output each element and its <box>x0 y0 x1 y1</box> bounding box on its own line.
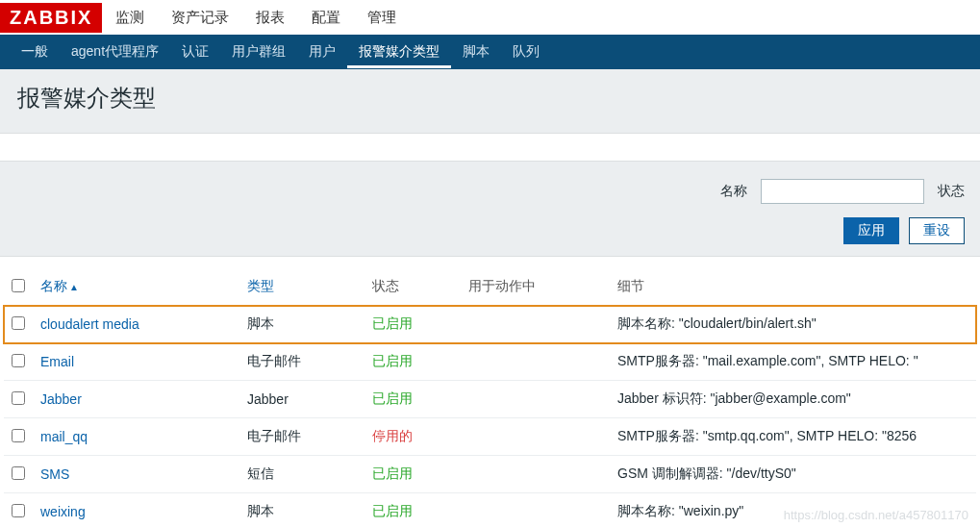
filter-name-label: 名称 <box>720 183 747 200</box>
col-status-header: 状态 <box>364 268 461 306</box>
table-body: cloudalert media脚本已启用脚本名称: "cloudalert/b… <box>4 306 976 529</box>
row-checkbox[interactable] <box>12 466 25 480</box>
table-wrap: 名称▲ 类型 状态 用于动作中 细节 cloudalert media脚本已启用… <box>0 257 980 528</box>
used-in-cell <box>461 456 610 493</box>
media-name-link[interactable]: cloudalert media <box>40 316 139 332</box>
table-row: Email电子邮件已启用SMTP服务器: "mail.example.com",… <box>4 343 976 381</box>
table-row: mail_qq电子邮件停用的SMTP服务器: "smtp.qq.com", SM… <box>4 418 976 456</box>
subnav-item-7[interactable]: 队列 <box>501 36 551 68</box>
row-checkbox[interactable] <box>12 391 25 405</box>
apply-button[interactable]: 应用 <box>843 217 899 244</box>
row-checkbox[interactable] <box>12 504 25 517</box>
media-type-cell: 脚本 <box>239 493 364 529</box>
topnav-list: 监测资产记录报表配置管理 <box>102 1 410 35</box>
table-row: cloudalert media脚本已启用脚本名称: "cloudalert/b… <box>4 306 976 343</box>
filter-status-label: 状态 <box>938 183 965 200</box>
media-name-link[interactable]: mail_qq <box>40 429 88 444</box>
subnav-list: 一般agent代理程序认证用户群组用户报警媒介类型脚本队列 <box>10 36 551 68</box>
used-in-cell <box>461 306 610 343</box>
filter-name-input[interactable] <box>761 179 924 204</box>
subnav-item-3[interactable]: 用户群组 <box>220 36 297 68</box>
col-type-header[interactable]: 类型 <box>239 268 364 306</box>
page-title: 报警媒介类型 <box>17 83 963 113</box>
media-name-link[interactable]: Jabber <box>40 391 82 407</box>
sub-nav: 一般agent代理程序认证用户群组用户报警媒介类型脚本队列 <box>0 35 980 69</box>
status-toggle-link[interactable]: 已启用 <box>372 465 413 481</box>
status-toggle-link[interactable]: 停用的 <box>372 428 413 443</box>
media-type-cell: 短信 <box>239 456 364 493</box>
col-usedin-header: 用于动作中 <box>461 268 610 306</box>
status-toggle-link[interactable]: 已启用 <box>372 390 413 406</box>
subnav-item-6[interactable]: 脚本 <box>451 36 501 68</box>
used-in-cell <box>461 381 610 418</box>
details-cell: SMTP服务器: "smtp.qq.com", SMTP HELO: "8256 <box>610 418 976 456</box>
topnav-item-0[interactable]: 监测 <box>102 1 158 35</box>
status-toggle-link[interactable]: 已启用 <box>372 503 413 518</box>
topnav-item-1[interactable]: 资产记录 <box>158 1 242 35</box>
row-checkbox[interactable] <box>12 316 25 330</box>
media-type-cell: 脚本 <box>239 306 364 343</box>
media-types-table: 名称▲ 类型 状态 用于动作中 细节 cloudalert media脚本已启用… <box>4 268 976 528</box>
media-type-cell: Jabber <box>239 381 364 418</box>
status-toggle-link[interactable]: 已启用 <box>372 353 413 368</box>
media-name-link[interactable]: weixing <box>40 504 86 519</box>
topnav-item-3[interactable]: 配置 <box>298 1 354 35</box>
page-title-bar: 报警媒介类型 <box>0 69 980 134</box>
subnav-item-5[interactable]: 报警媒介类型 <box>347 36 451 68</box>
status-toggle-link[interactable]: 已启用 <box>372 315 413 331</box>
topnav-item-4[interactable]: 管理 <box>354 1 410 35</box>
used-in-cell <box>461 493 610 529</box>
subnav-item-0[interactable]: 一般 <box>10 36 60 68</box>
sort-asc-icon: ▲ <box>69 282 79 292</box>
table-row: JabberJabber已启用Jabber 标识符: "jabber@examp… <box>4 381 976 418</box>
reset-button[interactable]: 重设 <box>909 217 965 244</box>
details-cell: Jabber 标识符: "jabber@example.com" <box>610 381 976 418</box>
row-checkbox[interactable] <box>12 354 25 367</box>
top-nav: ZABBIX 监测资产记录报表配置管理 <box>0 0 980 35</box>
details-cell: 脚本名称: "cloudalert/bin/alert.sh" <box>610 306 976 343</box>
col-name-header[interactable]: 名称▲ <box>33 268 239 306</box>
subnav-item-1[interactable]: agent代理程序 <box>60 36 170 68</box>
details-cell: SMTP服务器: "mail.example.com", SMTP HELO: … <box>610 343 976 381</box>
select-all-checkbox[interactable] <box>12 279 25 292</box>
media-name-link[interactable]: Email <box>40 354 74 369</box>
media-name-link[interactable]: SMS <box>40 466 69 482</box>
used-in-cell <box>461 418 610 456</box>
col-details-header: 细节 <box>610 268 976 306</box>
table-row: SMS短信已启用GSM 调制解调器: "/dev/ttyS0" <box>4 456 976 493</box>
logo: ZABBIX <box>0 3 102 33</box>
table-row: weixing脚本已启用脚本名称: "weixin.py" <box>4 493 976 529</box>
media-type-cell: 电子邮件 <box>239 418 364 456</box>
used-in-cell <box>461 343 610 381</box>
media-type-cell: 电子邮件 <box>239 343 364 381</box>
details-cell: GSM 调制解调器: "/dev/ttyS0" <box>610 456 976 493</box>
row-checkbox[interactable] <box>12 429 25 442</box>
filter-bar: 名称 状态 应用 重设 <box>0 161 980 257</box>
subnav-item-4[interactable]: 用户 <box>297 36 347 68</box>
subnav-item-2[interactable]: 认证 <box>170 36 220 68</box>
topnav-item-2[interactable]: 报表 <box>242 1 298 35</box>
details-cell: 脚本名称: "weixin.py" <box>610 493 976 529</box>
